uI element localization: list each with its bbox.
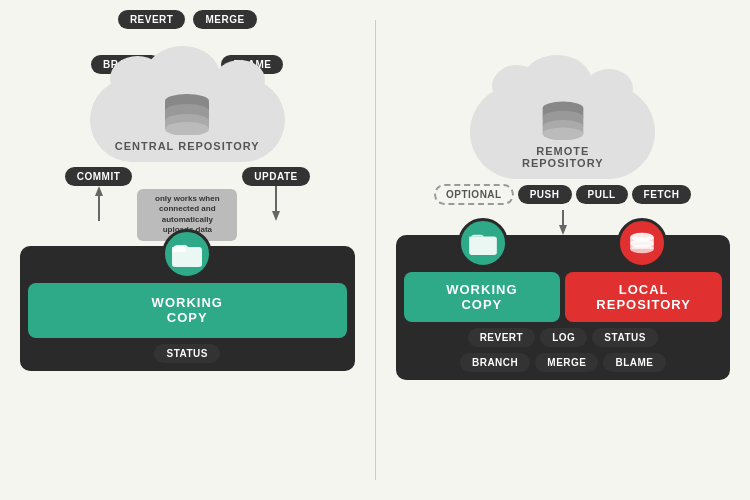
svg-point-27 bbox=[631, 245, 655, 254]
right-diagram: REMOTE REPOSITORY OPTIONAL PUSH PULL FET… bbox=[396, 10, 731, 490]
update-arrow-group: UPDATE bbox=[242, 167, 309, 221]
central-repo-cloud: CENTRAL REPOSITORY bbox=[20, 78, 355, 162]
remote-repo-label: REMOTE REPOSITORY bbox=[495, 145, 630, 169]
working-copy-green-right: WORKINGCOPY bbox=[404, 272, 561, 322]
left-top-pills: REVERT MERGE bbox=[20, 10, 355, 29]
db-icon-right bbox=[539, 100, 587, 140]
folder-icon-left bbox=[172, 241, 202, 267]
db-icon-local bbox=[628, 231, 656, 255]
cloud-left: CENTRAL REPOSITORY bbox=[90, 78, 285, 162]
working-copy-label-right: WORKINGCOPY bbox=[446, 282, 517, 312]
svg-rect-22 bbox=[469, 237, 497, 255]
push-pill: PUSH bbox=[518, 185, 572, 204]
commit-pill: COMMIT bbox=[65, 167, 133, 186]
central-repo-label: CENTRAL REPOSITORY bbox=[115, 140, 260, 152]
right-bottom-pills-2: BRANCH MERGE BLAME bbox=[460, 353, 666, 372]
pull-pill: PULL bbox=[576, 185, 628, 204]
db-circle-right bbox=[617, 218, 667, 268]
revert-pill-left: REVERT bbox=[118, 10, 186, 29]
working-copy-box-right: WORKINGCOPY LOCAL REPOSITORY REVERT LOG … bbox=[396, 235, 731, 380]
fetch-pill: FETCH bbox=[632, 185, 692, 204]
right-bottom-pills-1: REVERT LOG STATUS bbox=[468, 328, 658, 347]
commit-arrow bbox=[93, 186, 105, 221]
top-circles-right bbox=[404, 218, 723, 268]
remote-repo-cloud: REMOTE REPOSITORY bbox=[396, 85, 731, 179]
split-boxes: WORKINGCOPY LOCAL REPOSITORY bbox=[404, 272, 723, 322]
folder-circle-right bbox=[458, 218, 508, 268]
left-bottom-pills: STATUS bbox=[154, 344, 220, 363]
status-pill-right: STATUS bbox=[592, 328, 658, 347]
folder-circle-left bbox=[162, 229, 212, 279]
push-pull-section: OPTIONAL PUSH PULL FETCH bbox=[434, 184, 691, 205]
section-divider bbox=[375, 20, 376, 480]
working-copy-green-left: WORKINGCOPY bbox=[28, 283, 347, 338]
svg-marker-10 bbox=[272, 211, 280, 221]
cloud-right: REMOTE REPOSITORY bbox=[470, 85, 655, 179]
svg-point-19 bbox=[542, 127, 583, 140]
merge-pill-right: MERGE bbox=[535, 353, 598, 372]
revert-pill-right: REVERT bbox=[468, 328, 536, 347]
svg-rect-12 bbox=[172, 247, 186, 252]
working-copy-label-left: WORKINGCOPY bbox=[152, 295, 223, 325]
update-pill: UPDATE bbox=[242, 167, 309, 186]
update-arrow bbox=[270, 186, 282, 221]
folder-icon-right bbox=[469, 231, 497, 255]
optional-pill: OPTIONAL bbox=[434, 184, 514, 205]
local-repo-red: LOCAL REPOSITORY bbox=[565, 272, 722, 322]
db-icon-left bbox=[161, 93, 213, 135]
commit-arrow-group: COMMIT bbox=[65, 167, 133, 221]
status-pill-left: STATUS bbox=[154, 344, 220, 363]
local-repo-label: LOCAL REPOSITORY bbox=[573, 282, 714, 312]
merge-pill-left: MERGE bbox=[193, 10, 256, 29]
svg-marker-8 bbox=[95, 186, 103, 196]
branch-pill-right: BRANCH bbox=[460, 353, 530, 372]
left-diagram: REVERT MERGE BRANCH BLAME bbox=[20, 10, 355, 490]
log-pill: LOG bbox=[540, 328, 587, 347]
working-copy-box-left: WORKINGCOPY STATUS bbox=[20, 246, 355, 371]
blame-pill-right: BLAME bbox=[603, 353, 665, 372]
